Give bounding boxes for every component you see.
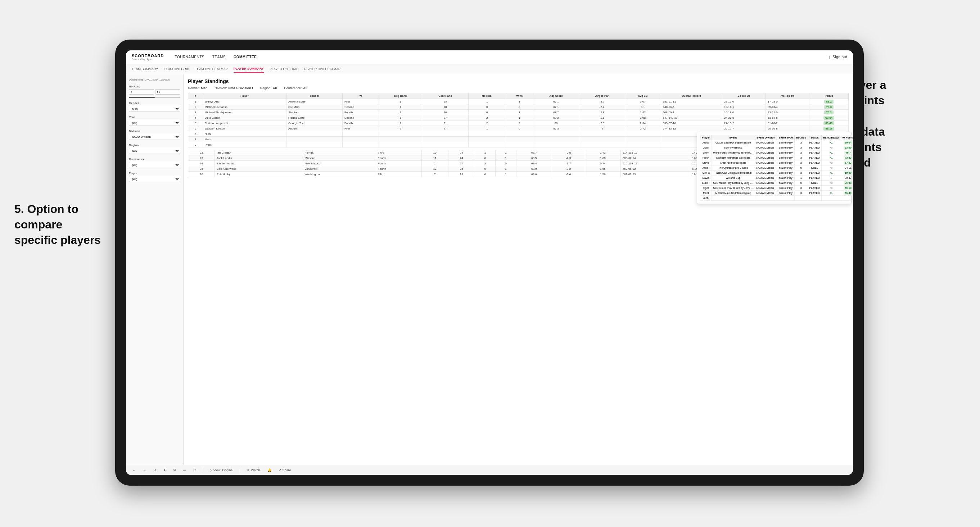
division-select[interactable]: NCAA Division I [129, 134, 180, 140]
cell-points[interactable]: 68.54 [810, 115, 849, 121]
clock-button[interactable]: ⏱ [191, 468, 199, 473]
no-rds-max-input[interactable] [155, 89, 180, 95]
table-row[interactable]: 6 Jackson Kolson Auburn First 2 27 1 0 8… [188, 126, 849, 131]
tt-rounds: 1 [794, 176, 808, 181]
dash-button[interactable]: — [181, 468, 188, 473]
tt-division: NCAA Division I [755, 176, 777, 181]
tt-event: SEC Match Play hosted by Jerry Pate [711, 181, 755, 186]
table-row[interactable]: 2 Michael La Sasso Ole Miss Second 1 18 … [188, 104, 849, 110]
cell-player: Wenyi Ding [203, 99, 286, 104]
tab-team-h2h-grid[interactable]: TEAM H2H GRID [164, 66, 189, 72]
ext-reg-rank: 10 [422, 150, 448, 156]
tab-player-h2h-heatmap[interactable]: PLAYER H2H HEATMAP [304, 66, 340, 72]
ext-conf-rank: 24 [448, 166, 475, 171]
back-button[interactable]: ← [130, 468, 138, 473]
tt-rounds: 3 [794, 160, 808, 165]
tt-rank: +1 [821, 190, 841, 196]
tooltip-popup: Player Event Event Division Event Type R… [697, 132, 851, 204]
cell-avg-sg: 3.1 [625, 104, 661, 110]
no-rds-slider[interactable] [129, 97, 180, 98]
tooltip-row: Gorili Tiger Invitational NCAA Division … [700, 145, 853, 150]
filter-gender: Gender: Men [188, 86, 208, 90]
tt-rounds: 3 [794, 156, 808, 160]
cell-wins [506, 131, 533, 137]
ext-reg-rank: 7 [422, 171, 448, 177]
table-row[interactable]: 4 Luke Claton Florida State Second 5 27 … [188, 115, 849, 121]
ext-player: Cole Sherwood [215, 166, 303, 171]
cell-points[interactable]: 88.2 [810, 99, 849, 104]
no-rds-min-input[interactable] [129, 89, 154, 95]
conference-select[interactable]: (All) [129, 162, 180, 168]
player-select[interactable]: (All) [129, 176, 180, 182]
tooltip-points-cell: 19.50 [843, 171, 853, 175]
ext-conf-rank: 24 [448, 150, 475, 156]
forward-button[interactable]: → [141, 468, 148, 473]
tt-division: NCAA Division I [755, 160, 777, 165]
tt-status: PLAYED [808, 176, 821, 181]
col-no-rds: No Rds. [468, 93, 506, 99]
update-label: Update time: [129, 78, 144, 81]
nav-tournaments[interactable]: TOURNAMENTS [175, 54, 204, 60]
ext-to-par: -3.2 [552, 166, 585, 171]
tab-team-summary[interactable]: TEAM SUMMARY [132, 66, 158, 72]
cell-vs50: 17-23-0 [766, 99, 810, 104]
division-label: Division [129, 130, 180, 133]
cell-overall: 547-142-38 [661, 115, 722, 121]
gender-select[interactable]: Men Women [129, 106, 180, 112]
cell-wins: 1 [506, 115, 533, 121]
col-school: School [286, 93, 342, 99]
ext-adj-score: 68.9 [516, 166, 552, 171]
cell-avg-sg [625, 131, 661, 137]
region-select[interactable]: N/A [129, 148, 180, 154]
ext-player: Bastien Amat [215, 161, 303, 166]
tt-wpoints: 46.7 [841, 150, 853, 156]
tooltip-col-event: Event [711, 135, 755, 140]
year-select[interactable]: (All) [129, 120, 180, 126]
tab-player-h2h-grid[interactable]: PLAYER H2H GRID [270, 66, 298, 72]
copy-button[interactable]: ⧉ [171, 467, 178, 473]
table-row[interactable]: 5 Christo Lamprecht Georgia Tech Fourth … [188, 121, 849, 126]
watch-button[interactable]: 👁 Watch [244, 468, 262, 473]
tooltip-table: Player Event Event Division Event Type R… [700, 135, 853, 201]
refresh-button[interactable]: ↺ [151, 468, 158, 473]
points-badge: 76.3 [824, 105, 834, 109]
ext-overall: 416-168-12 [620, 161, 690, 166]
ext-rank: 25 [188, 166, 215, 171]
sub-nav: TEAM SUMMARY TEAM H2H GRID TEAM H2H HEAT… [126, 64, 853, 74]
cell-yr [343, 142, 379, 148]
nav-teams[interactable]: TEAMS [212, 54, 226, 60]
cell-reg-rank: 2 [379, 121, 422, 126]
alert-button[interactable]: 🔔 [265, 468, 274, 473]
cell-points[interactable]: 76.3 [810, 104, 849, 110]
ext-no-rds: 2 [475, 161, 496, 166]
ext-yr: Fourth [376, 166, 422, 171]
cell-wins: 1 [506, 110, 533, 115]
cell-points[interactable]: 70.2 [810, 110, 849, 115]
cell-vs25: 10-18-0 [722, 110, 765, 115]
filter-division: Division: NCAA Division I [215, 86, 253, 90]
tt-rank: +1 [821, 170, 841, 176]
cell-to-par [579, 137, 625, 142]
sign-out-button[interactable]: Sign out [832, 54, 847, 60]
view-original-button[interactable]: ▷ View: Original [208, 468, 235, 473]
tooltip-col-wpoints: W Points [841, 135, 853, 140]
cell-to-par: -1.6 [579, 115, 625, 121]
cell-conf-rank: 27 [422, 115, 468, 121]
tab-player-summary[interactable]: PLAYER SUMMARY [234, 65, 264, 73]
tt-wpoints: 67.57 [841, 160, 853, 165]
cell-points[interactable]: 80.49 [810, 121, 849, 126]
tt-type: Match Play [777, 165, 794, 170]
table-row[interactable]: 1 Wenyi Ding Arizona State First 1 15 1 … [188, 99, 849, 104]
download-button[interactable]: ⬇ [161, 468, 169, 473]
cell-yr: Fourth [343, 121, 379, 126]
ext-yr: Third [376, 150, 422, 156]
tt-event: SEC Stroke Play hosted by Jerry Pate [711, 186, 755, 190]
table-row[interactable]: 3 Michael Thorbjornsen Stanford Fourth 1… [188, 110, 849, 115]
nav-committee[interactable]: COMMITTEE [234, 54, 257, 60]
share-button[interactable]: ↗ Share [277, 468, 293, 473]
tab-team-h2h-heatmap[interactable]: TEAM H2H HEATMAP [195, 66, 228, 72]
conference-section: Conference (All) [129, 157, 180, 168]
cell-points[interactable]: 88.18 [810, 126, 849, 131]
cell-to-par: -2 [579, 126, 625, 131]
tt-status: PLAYED [808, 190, 821, 196]
